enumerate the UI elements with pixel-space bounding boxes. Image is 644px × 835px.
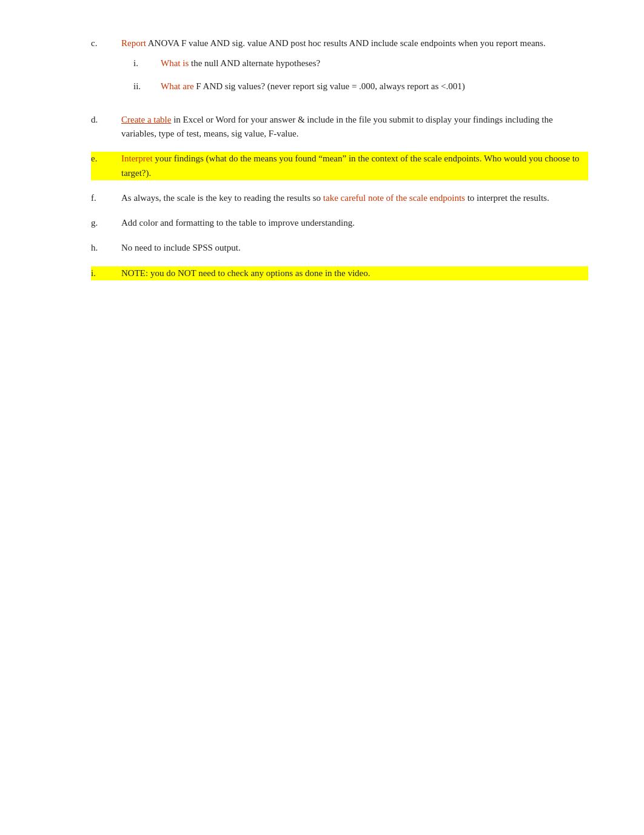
label-create-table: Create a table [121, 115, 171, 124]
list-marker-c-i: i. [133, 56, 161, 70]
list-item-e: e. Interpret your findings (what do the … [91, 152, 588, 180]
list-content-i: NOTE: you do NOT need to check any optio… [121, 266, 588, 280]
document-content: c. Report ANOVA F value AND sig. value A… [91, 36, 588, 280]
list-item-i: i. NOTE: you do NOT need to check any op… [91, 266, 588, 280]
label-what-are: What are [161, 81, 194, 91]
text-f-before: As always, the scale is the key to readi… [121, 193, 323, 203]
list-content-f: As always, the scale is the key to readi… [121, 191, 588, 205]
list-marker-c-ii: ii. [133, 79, 161, 93]
text-c-after: ANOVA F value AND sig. value AND post ho… [146, 38, 546, 48]
list-marker-g: g. [91, 216, 121, 230]
text-f-after: to interpret the results. [465, 193, 549, 203]
list-marker-f: f. [91, 191, 121, 205]
label-interpret: Interpret [121, 154, 153, 163]
list-item-c-i: i. What is the null AND alternate hypoth… [133, 56, 588, 70]
text-h: No need to include SPSS output. [121, 243, 241, 252]
list-marker-e: e. [91, 152, 121, 180]
list-content-e: Interpret your findings (what do the mea… [121, 152, 588, 180]
text-g: Add color and formatting to the table to… [121, 218, 355, 228]
list-content-c-i: What is the null AND alternate hypothese… [161, 56, 588, 70]
list-marker-h: h. [91, 241, 121, 255]
list-content-c-ii: What are F AND sig values? (never report… [161, 79, 588, 93]
list-item-c-ii: ii. What are F AND sig values? (never re… [133, 79, 588, 93]
list-item-c: c. Report ANOVA F value AND sig. value A… [91, 36, 588, 102]
list-item-g: g. Add color and formatting to the table… [91, 216, 588, 230]
sub-list-c: i. What is the null AND alternate hypoth… [133, 56, 588, 93]
list-marker-i: i. [91, 266, 121, 280]
list-marker-c: c. [91, 36, 121, 102]
label-report: Report [121, 38, 146, 48]
text-i: NOTE: you do NOT need to check any optio… [121, 268, 370, 278]
list-content-c: Report ANOVA F value AND sig. value AND … [121, 36, 588, 102]
text-e-main: your findings (what do the means you fou… [121, 154, 579, 177]
label-take-careful-note: take careful note of the scale endpoints [323, 193, 465, 203]
list-item-d: d. Create a table in Excel or Word for y… [91, 113, 588, 141]
list-item-h: h. No need to include SPSS output. [91, 241, 588, 255]
label-what-is: What is [161, 58, 189, 68]
list-marker-d: d. [91, 113, 121, 141]
list-content-g: Add color and formatting to the table to… [121, 216, 588, 230]
text-c-i-after: the null AND alternate hypotheses? [189, 58, 320, 68]
list-content-d: Create a table in Excel or Word for your… [121, 113, 588, 141]
text-d-after: in Excel or Word for your answer & inclu… [121, 115, 553, 138]
list-content-h: No need to include SPSS output. [121, 241, 588, 255]
list-item-f: f. As always, the scale is the key to re… [91, 191, 588, 205]
text-c-ii-after: F AND sig values? (never report sig valu… [194, 81, 465, 91]
